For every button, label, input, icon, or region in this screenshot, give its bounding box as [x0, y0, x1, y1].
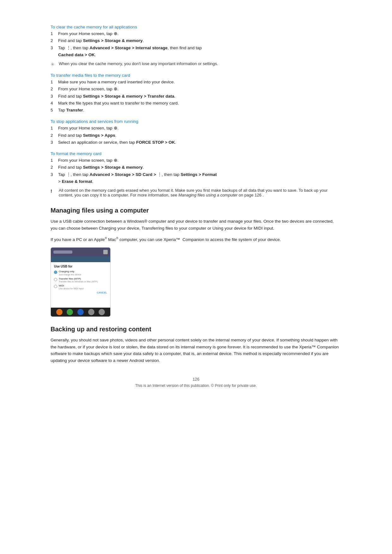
dialog-title: Use USB for — [54, 265, 107, 268]
tip-block: ✳ When you clear the cache memory, you d… — [51, 61, 341, 67]
step-num: 4 — [51, 100, 55, 106]
option-midi-sub: Use device for MIDI input — [59, 287, 84, 290]
step-text: Find and tap Settings > Storage & memory… — [58, 38, 144, 44]
managing-para1: Use a USB cable connection between a Win… — [51, 218, 341, 232]
step-text: Tap Transfer. — [58, 107, 84, 113]
option-mtp-label: Transfer files (MTP) — [59, 277, 98, 280]
step-num: 3 — [51, 93, 55, 99]
step-item: 3 Tap ⋮, then tap Advanced > Storage > I… — [51, 45, 341, 51]
step-item: > Erase & format. — [51, 178, 341, 185]
backing-up-title: Backing up and restoring content — [51, 326, 341, 333]
step-text: From your Home screen, tap ⊕. — [58, 31, 118, 37]
step-num: 2 — [51, 38, 55, 44]
steps-list-format-card: 1 From your Home screen, tap ⊕. 2 Find a… — [51, 157, 341, 185]
tip-icon: ✳ — [51, 62, 56, 67]
option-midi: MIDI Use device for MIDI input — [54, 284, 107, 290]
step-num: 1 — [51, 31, 55, 37]
footer-btn-4 — [88, 309, 94, 315]
step-text: From your Home screen, tap ⊕. — [58, 125, 118, 131]
step-text: From your Home screen, tap ⊕. — [58, 157, 118, 164]
footer-btn-1 — [56, 309, 63, 315]
step-text: Cached data > OK. — [58, 52, 96, 58]
step-item: 4 Mark the file types that you want to t… — [51, 100, 341, 106]
tip-text: When you clear the cache memory, you don… — [59, 61, 218, 66]
page-number: 126 — [51, 377, 341, 382]
warn-icon: ! — [51, 188, 56, 194]
step-num: 5 — [51, 107, 55, 113]
device-dialog-body: Use USB for Charging only Just charge th… — [51, 262, 110, 308]
step-num: 1 — [51, 157, 55, 164]
step-num: 2 — [51, 132, 55, 139]
step-item: 2 Find and tap Settings > Apps. — [51, 132, 341, 139]
step-num: 1 — [51, 79, 55, 85]
step-text: Make sure you have a memory card inserte… — [58, 79, 175, 85]
step-item: 1 From your Home screen, tap ⊕. — [51, 31, 341, 37]
section-backing-up: Backing up and restoring content General… — [51, 326, 341, 364]
section-transfer-media: To transfer media files to the memory ca… — [51, 73, 341, 113]
section-stop-apps: To stop applications and services from r… — [51, 119, 341, 146]
step-item: 2 Find and tap Settings > Storage & memo… — [51, 38, 341, 44]
step-item: 3 Find and tap Settings > Storage & memo… — [51, 93, 341, 99]
device-statusbar-bar — [53, 250, 72, 254]
section-clear-cache: To clear the cache memory for all applic… — [51, 25, 341, 67]
radio-charging — [54, 271, 57, 274]
step-text: Find and tap Settings > Storage & memory… — [58, 93, 175, 99]
step-text: From your Home screen, tap ⊕. — [58, 86, 118, 92]
warn-block: ! All content on the memory card gets er… — [51, 188, 341, 197]
step-item: 1 From your Home screen, tap ⊕. — [51, 157, 341, 164]
section-heading-format-card: To format the memory card — [51, 151, 341, 156]
step-num: 3 — [51, 172, 55, 178]
step-text: Tap ⋮, then tap Advanced > Storage > SD … — [58, 172, 217, 178]
option-mtp-sub: Transfer files to Windows or Mac (MTP) — [59, 280, 98, 283]
device-statusbar — [51, 256, 110, 262]
section-heading-clear-cache: To clear the cache memory for all applic… — [51, 25, 341, 29]
steps-list-stop-apps: 1 From your Home screen, tap ⊕. 2 Find a… — [51, 125, 341, 146]
step-num — [51, 178, 55, 185]
device-screenshot: Use USB for Charging only Just charge th… — [51, 247, 111, 317]
option-midi-label: MIDI — [59, 284, 84, 287]
step-text: > Erase & format. — [58, 178, 93, 185]
step-num: 2 — [51, 86, 55, 92]
step-text: Find and tap Settings > Apps. — [58, 132, 116, 139]
device-top-right — [103, 250, 108, 254]
device-footer — [51, 308, 110, 316]
step-text: Find and tap Settings > Storage & memory… — [58, 164, 144, 171]
section-heading-stop-apps: To stop applications and services from r… — [51, 119, 341, 124]
steps-list-transfer-media: 1 Make sure you have a memory card inser… — [51, 79, 341, 113]
step-text: Tap ⋮, then tap Advanced > Storage > Int… — [58, 45, 202, 51]
radio-mtp — [54, 278, 57, 281]
managing-para2: If you have a PC or an Apple® Mac® compu… — [51, 236, 341, 243]
step-num: 3 — [51, 45, 55, 51]
step-item: Cached data > OK. — [51, 52, 341, 58]
dialog-cancel-btn[interactable]: CANCEL — [54, 291, 107, 294]
steps-list-clear-cache: 1 From your Home screen, tap ⊕. 2 Find a… — [51, 31, 341, 58]
option-charging-label: Charging only — [59, 270, 81, 273]
step-item: 3 Tap ⋮, then tap Advanced > Storage > S… — [51, 172, 341, 178]
option-midi-text: MIDI Use device for MIDI input — [59, 284, 84, 290]
radio-midi — [54, 285, 57, 288]
warn-text: All content on the memory card gets eras… — [59, 188, 341, 197]
section-managing-files: Managing files using a computer Use a US… — [51, 207, 341, 317]
option-mtp: Transfer files (MTP) Transfer files to W… — [54, 277, 107, 283]
step-num: 1 — [51, 125, 55, 131]
step-num: 2 — [51, 164, 55, 171]
step-text: Mark the file types that you want to tra… — [58, 100, 179, 106]
backing-up-para: Generally, you should not save photos, v… — [51, 337, 341, 364]
device-top-bar — [51, 248, 110, 256]
section-heading-transfer-media: To transfer media files to the memory ca… — [51, 73, 341, 78]
step-item: 3 Select an application or service, then… — [51, 139, 341, 146]
step-item: 1 From your Home screen, tap ⊕. — [51, 125, 341, 131]
footer-btn-5 — [99, 309, 105, 315]
step-num — [51, 52, 55, 58]
option-charging-sub: Just charge this device — [59, 274, 81, 276]
step-item: 2 From your Home screen, tap ⊕. — [51, 86, 341, 92]
step-text: Select an application or service, then t… — [58, 139, 176, 146]
page-footer: 126 This is an Internet version of this … — [51, 377, 341, 388]
option-charging-text: Charging only Just charge this device — [59, 270, 81, 275]
footer-btn-3 — [77, 309, 84, 315]
option-charging: Charging only Just charge this device — [54, 270, 107, 275]
option-mtp-text: Transfer files (MTP) Transfer files to W… — [59, 277, 98, 283]
step-num: 3 — [51, 139, 55, 146]
managing-files-title: Managing files using a computer — [51, 207, 341, 214]
section-format-card: To format the memory card 1 From your Ho… — [51, 151, 341, 197]
